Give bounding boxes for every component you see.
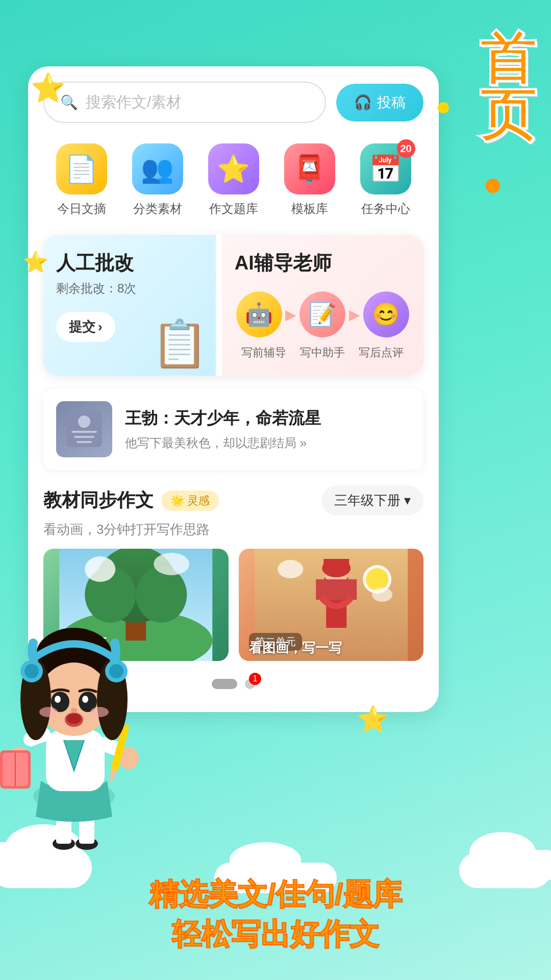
svg-rect-30	[79, 829, 94, 844]
search-row: 🔍 搜索作文/素材 🎧 投稿	[43, 82, 423, 123]
ai-arrow-1: ▶	[285, 306, 296, 323]
svg-point-15	[366, 568, 388, 591]
ai-title: AI辅导老师	[235, 250, 411, 276]
submit-action-label: 提交	[69, 318, 95, 336]
svg-point-12	[154, 553, 189, 575]
article-title-text: 王勃：天才少年，命若流星	[125, 407, 321, 430]
search-bar[interactable]: 🔍 搜索作文/素材	[43, 82, 326, 123]
nav-icon-topics[interactable]: ⭐ 作文题库	[208, 143, 259, 217]
textbook-title-text: 教材同步作文	[43, 488, 154, 513]
divider	[218, 235, 219, 376]
submit-action-button[interactable]: 提交 ›	[56, 312, 115, 342]
category-icon-box: 👥	[132, 143, 183, 194]
topics-label: 作文题库	[209, 201, 258, 217]
ai-step-2-icon: 📝	[299, 291, 345, 337]
tagline-line-1: 精选美文/佳句/题库	[0, 875, 551, 915]
card-2-label: 看图画，写一写	[249, 639, 414, 657]
manual-correction-card[interactable]: 人工批改 剩余批改：8次 提交 › 📋	[43, 235, 216, 376]
svg-rect-21	[323, 559, 349, 570]
svg-rect-29	[56, 829, 71, 844]
manual-title: 人工批改	[56, 250, 203, 276]
submit-button[interactable]: 🎧 投稿	[336, 84, 423, 121]
manual-subtitle: 剩余批改：8次	[56, 280, 203, 297]
svg-point-56	[67, 714, 81, 724]
svg-point-48	[24, 664, 39, 678]
nav-dot-active	[212, 679, 237, 689]
ai-step-1-label: 写前辅导	[241, 345, 287, 360]
submit-icon: 🎧	[354, 94, 372, 111]
character-illustration	[0, 582, 163, 863]
search-placeholder-text: 搜索作文/素材	[86, 92, 182, 113]
ai-tutor-card[interactable]: AI辅导老师 🤖 ▶ 📝 ▶ 😊 写前辅导 写中助手 写后点评	[222, 235, 423, 376]
icon-grid: 📄 今日文摘 👥 分类素材 ⭐ 作文题库 📮 模板库 📅 20 任务中心	[43, 143, 423, 217]
deco-dot-2	[486, 179, 500, 193]
ai-step-labels-row: 写前辅导 写中助手 写后点评	[235, 345, 411, 360]
svg-rect-2	[71, 431, 97, 433]
ai-steps-row: 🤖 ▶ 📝 ▶ 😊	[235, 291, 411, 337]
ai-arrow-2: ▶	[349, 306, 360, 323]
svg-point-53	[55, 696, 61, 703]
tagline-line-2: 轻松写出好作文	[0, 915, 551, 954]
deco-dot-1	[438, 102, 449, 113]
daily-label: 今日文摘	[57, 201, 106, 217]
svg-marker-37	[107, 769, 117, 785]
svg-point-50	[109, 664, 123, 678]
deco-star-3: ⭐	[357, 704, 389, 734]
svg-point-11	[85, 556, 115, 582]
ai-step-3-label: 写后点评	[358, 345, 404, 360]
nav-icon-daily[interactable]: 📄 今日文摘	[56, 143, 107, 217]
nav-dot-inactive: 1	[245, 679, 255, 689]
textbook-title-row: 教材同步作文 🌟 灵感	[43, 488, 219, 513]
svg-point-58	[90, 707, 109, 717]
tasks-icon-box: 📅 20	[360, 143, 411, 194]
ai-step-1-icon: 🤖	[236, 291, 282, 337]
tasks-badge: 20	[397, 139, 415, 158]
templates-icon-box: 📮	[284, 143, 335, 194]
manual-doc-illustration: 📋	[151, 317, 208, 371]
nav-icon-templates[interactable]: 📮 模板库	[284, 143, 335, 217]
ai-step-2-label: 写中助手	[299, 345, 345, 360]
ai-step-3-icon: 😊	[363, 291, 409, 337]
page-title-decoration: 首 页	[480, 31, 536, 143]
nav-icon-tasks[interactable]: 📅 20 任务中心	[360, 143, 411, 217]
bottom-tagline: 精选美文/佳句/题库 轻松写出好作文	[0, 875, 551, 954]
svg-point-57	[39, 707, 58, 717]
nav-dot-badge: 1	[249, 673, 261, 685]
textbook-badge-tag: 🌟 灵感	[161, 491, 219, 511]
title-char-1: 首	[480, 31, 536, 87]
article-highlight[interactable]: 王勃：天才少年，命若流星 他写下最美秋色，却以悲剧结局 »	[43, 388, 423, 470]
textbook-header-row: 教材同步作文 🌟 灵感 三年级下册 ▾	[43, 485, 423, 516]
article-text-content: 王勃：天才少年，命若流星 他写下最美秋色，却以悲剧结局 »	[125, 407, 321, 451]
templates-label: 模板库	[291, 201, 328, 217]
textbook-card-2[interactable]: 第二单元 看图画，写一写	[239, 549, 424, 661]
article-subtitle-text: 他写下最美秋色，却以悲剧结局 »	[125, 435, 321, 451]
deco-star-1: ⭐	[31, 71, 66, 105]
correction-section: 人工批改 剩余批改：8次 提交 › 📋 AI辅导老师 🤖 ▶ 📝 ▶ 😊 写前辅…	[43, 235, 423, 376]
grade-select[interactable]: 三年级下册 ▾	[321, 485, 423, 516]
submit-action-arrow: ›	[98, 319, 103, 335]
svg-point-23	[372, 587, 392, 602]
svg-point-22	[278, 560, 303, 578]
svg-rect-3	[74, 436, 94, 438]
daily-icon-box: 📄	[56, 143, 107, 194]
svg-point-54	[82, 696, 88, 703]
svg-point-1	[78, 415, 90, 428]
article-thumbnail	[56, 401, 112, 457]
deco-star-2: ⭐	[23, 250, 48, 274]
nav-icon-category[interactable]: 👥 分类素材	[132, 143, 183, 217]
textbook-subtitle-text: 看动画，3分钟打开写作思路	[43, 521, 423, 538]
submit-label: 投稿	[377, 93, 406, 112]
category-label: 分类素材	[133, 201, 182, 217]
topics-icon-box: ⭐	[208, 143, 259, 194]
svg-point-59	[71, 708, 77, 713]
title-char-2: 页	[480, 87, 536, 143]
tasks-label: 任务中心	[361, 201, 410, 217]
svg-rect-4	[77, 441, 92, 443]
